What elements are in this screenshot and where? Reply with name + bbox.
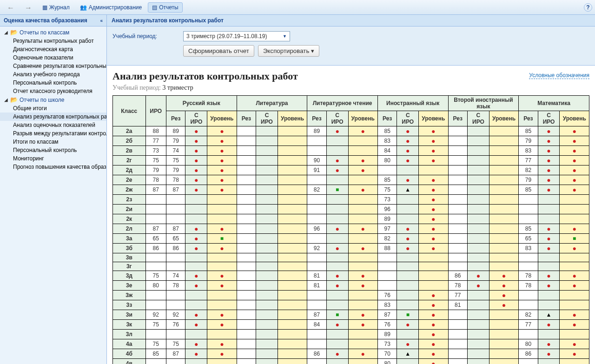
tree-item[interactable]: Персональный контроль [0,146,106,154]
generate-button[interactable]: Сформировать отчет [183,45,254,57]
table-row: 3а6565●■82●●65●■ [113,234,589,244]
tree-item[interactable]: Персональный контроль [0,79,106,87]
sidebar-title: Оценка качества образования « [0,15,106,26]
period-select[interactable]: 3 триместр (29.07.19–11.08.19) ▼ [183,31,290,41]
table-row: 2в7374●●84●●83●● [113,146,589,156]
tree-item[interactable]: Оценочные показатели [0,53,106,62]
table-row: 2г7575●●90●●80●●77●● [113,156,589,165]
sidebar: Оценка качества образования « ◢📂Отчеты п… [0,15,107,364]
tree-item[interactable]: Отчет классного руководителя [0,87,106,95]
table-row: 3к7576●●84●●76●●77●● [113,320,589,330]
tree-group-class[interactable]: ◢📂Отчеты по классам [0,28,106,37]
table-row: 2б7779●●83●●79●● [113,136,589,146]
main-toolbar: ▦Журнал 👥Администрирование ▤Отчеты ? [0,0,595,15]
folder-open-icon: 📂 [10,29,18,36]
forward-button[interactable] [20,2,36,13]
table-row: 2ж8787●●82■●75▲●85●● [113,185,589,195]
export-button[interactable]: Экспортировать ▾ [258,45,319,57]
legend-link[interactable]: Условные обозначения [529,72,589,79]
table-row: 2а8889●●89●●85●●85●● [113,126,589,136]
tree-item[interactable]: Анализ учебного периода [0,70,106,79]
report-icon: ▤ [152,4,157,11]
table-row: 2е7878●●85●●79●● [113,175,589,185]
table-row: 4б8587●●86●●70▲●86●● [113,349,589,359]
table-row: 3в [113,253,589,262]
users-icon: 👥 [80,4,87,11]
filter-bar: Учебный период: 3 триместр (29.07.19–11.… [107,26,595,66]
help-icon[interactable]: ? [584,3,592,12]
tree-item[interactable]: Анализ результатов контрольных работ [0,113,106,121]
tree-group-school[interactable]: ◢📂Отчеты по школе [0,95,106,104]
chevron-down-icon: ▼ [283,34,287,39]
collapse-icon[interactable]: « [100,18,103,23]
report-area[interactable]: Условные обозначения Анализ результатов … [107,66,595,364]
admin-button[interactable]: 👥Администрирование [76,2,146,13]
report-subtitle: Учебный период: 3 триместр [112,84,589,92]
table-row: 4в80● [113,359,589,364]
content-header: Анализ результатов контрольных работ [107,15,595,26]
folder-open-icon: 📂 [10,96,18,103]
tree-item[interactable]: Анализ оценочных показателей [0,121,106,129]
arrow-right-icon [25,4,32,11]
tree-item[interactable]: Мониторинг [0,154,106,163]
tree-item[interactable]: Результаты контрольных работ [0,37,106,45]
table-row: 3е8078●●81●●78●●78●● [113,281,589,291]
arrow-left-icon [7,4,14,11]
results-table: КлассИРОРусский языкЛитератураЛитературн… [112,95,589,364]
table-row: 2к89● [113,214,589,224]
table-row: 3ж76●77● [113,291,589,300]
tree-item[interactable]: Сравнение результатов контрольных работ [0,62,106,70]
grid-icon: ▦ [42,4,47,11]
table-row: 3г [113,262,589,271]
table-row: 4а7575●●73●●80●● [113,339,589,349]
table-row: 2л8787●●96●●97●●85●● [113,224,589,234]
tree-item[interactable]: Разрыв между результатами контрольных р [0,129,106,138]
table-row: 2з73● [113,195,589,205]
table-row: 2д7979●●91●●82●● [113,165,589,175]
table-row: 3и9292●●87■●87■●82▲● [113,310,589,320]
tree-item[interactable]: Диагностическая карта [0,45,106,53]
report-title: Анализ результатов контрольных работ [112,70,589,82]
reports-button[interactable]: ▤Отчеты [148,2,182,13]
tree-item[interactable]: Общие итоги [0,104,106,113]
tree-item[interactable]: Итоги по классам [0,138,106,146]
journal-button[interactable]: ▦Журнал [38,2,74,13]
content-area: Анализ результатов контрольных работ Уче… [107,15,595,364]
tree-item[interactable]: Прогноз повышения качества образования [0,163,106,171]
period-label: Учебный период: [112,33,178,40]
table-row: 3л89● [113,330,589,339]
table-row: 2и96● [113,205,589,214]
table-row: 3з83●81● [113,300,589,310]
table-row: 3д7574●●81●●86●●78●● [113,271,589,281]
table-row: 3б8686●●92●●88●●83●● [113,244,589,253]
back-button[interactable] [3,2,19,13]
